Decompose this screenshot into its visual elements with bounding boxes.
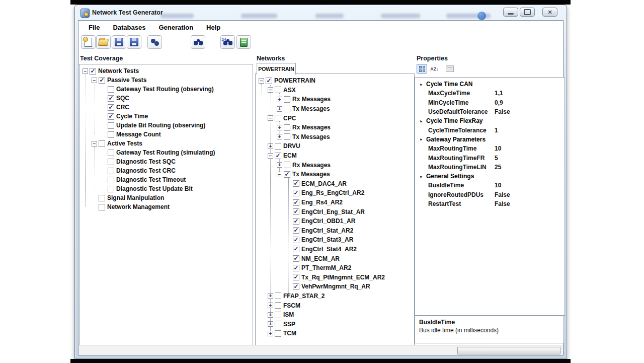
- property-row[interactable]: MaxRoutingTime10: [415, 144, 565, 153]
- property-row[interactable]: IgnoreRoutedPDUsFalse: [415, 190, 565, 199]
- property-pages-button[interactable]: [444, 64, 455, 74]
- checkbox-unchecked[interactable]: [284, 106, 290, 112]
- menu-file[interactable]: File: [89, 24, 100, 31]
- tree-node[interactable]: Gateway Test Routing (simulating): [79, 148, 253, 157]
- tree-node[interactable]: ✓Tx_Rq_PtMngmnt_ECM_AR2: [256, 272, 414, 282]
- tree-node[interactable]: ✓ECM_DAC4_AR: [256, 179, 414, 189]
- tree-node[interactable]: −✓Passive Tests: [79, 76, 253, 85]
- checkbox-unchecked[interactable]: [108, 150, 114, 156]
- property-category-row[interactable]: ▲General Settings: [415, 172, 565, 181]
- menu-databases[interactable]: Databases: [113, 24, 145, 31]
- checkbox-checked[interactable]: ✓: [108, 113, 114, 120]
- checkbox-checked[interactable]: ✓: [293, 208, 299, 215]
- generate-button[interactable]: [147, 35, 162, 49]
- plus-expander-icon[interactable]: +: [277, 97, 282, 102]
- plus-expander-icon[interactable]: +: [277, 162, 282, 168]
- tree-node[interactable]: +TCM: [256, 329, 414, 338]
- tree-node[interactable]: −✓Network Tests: [79, 66, 253, 76]
- checkbox-checked[interactable]: ✓: [108, 95, 114, 102]
- checkbox-unchecked[interactable]: [275, 293, 281, 299]
- tree-node[interactable]: −Active Tests: [79, 139, 253, 148]
- category-collapse-icon[interactable]: ▲: [417, 173, 425, 180]
- plus-expander-icon[interactable]: +: [268, 312, 273, 318]
- tree-node[interactable]: Diagnostic Test Update Bit: [79, 184, 253, 193]
- tab-powertrain[interactable]: POWERTRAIN: [257, 63, 296, 75]
- category-collapse-icon[interactable]: ▲: [417, 117, 425, 125]
- checkbox-checked[interactable]: ✓: [293, 237, 299, 243]
- checkbox-checked[interactable]: ✓: [266, 78, 272, 84]
- plus-expander-icon[interactable]: +: [268, 321, 273, 327]
- tree-node[interactable]: Signal Manipulation: [79, 193, 253, 202]
- plus-expander-icon[interactable]: +: [268, 331, 273, 336]
- property-value[interactable]: False: [495, 200, 510, 207]
- property-value[interactable]: False: [495, 191, 510, 198]
- categorized-view-button[interactable]: [417, 64, 427, 74]
- save-button[interactable]: [112, 35, 126, 49]
- tree-node[interactable]: ✓NM_ECM_AR: [256, 254, 414, 263]
- tree-node[interactable]: −✓Tx Messages: [256, 170, 414, 179]
- tree-node[interactable]: ✓EngCtrl_Stat_AR2: [256, 226, 414, 236]
- tree-node[interactable]: Update Bit Routing (observing): [79, 121, 253, 130]
- minus-expander-icon[interactable]: −: [268, 153, 273, 159]
- tree-node[interactable]: ✓SQC: [79, 94, 253, 103]
- tree-node[interactable]: ✓Cycle Time: [79, 112, 253, 121]
- checkbox-checked[interactable]: ✓: [293, 180, 299, 187]
- checkbox-unchecked[interactable]: [99, 204, 105, 210]
- checkbox-unchecked[interactable]: [275, 302, 281, 309]
- plus-expander-icon[interactable]: +: [268, 143, 273, 149]
- tree-node[interactable]: +Rx Messages: [256, 95, 414, 104]
- checkbox-unchecked[interactable]: [108, 131, 114, 138]
- checkbox-unchecked[interactable]: [275, 115, 281, 121]
- tree-node[interactable]: ✓PT_ThermM_AR2: [256, 263, 414, 273]
- tree-node[interactable]: Diagnostic Test CRC: [79, 166, 253, 175]
- tree-node[interactable]: ✓EngCtrl_Stat3_AR: [256, 235, 414, 245]
- checkbox-unchecked[interactable]: [275, 330, 281, 337]
- minus-expander-icon[interactable]: −: [268, 115, 273, 121]
- property-row[interactable]: MaxRoutingTimeLIN25: [415, 163, 565, 172]
- checkbox-unchecked[interactable]: [108, 177, 114, 183]
- save-as-button[interactable]: [127, 35, 141, 49]
- checkbox-unchecked[interactable]: [275, 312, 281, 318]
- minus-expander-icon[interactable]: −: [268, 87, 273, 93]
- checkbox-checked[interactable]: ✓: [293, 218, 299, 225]
- checkbox-unchecked[interactable]: [108, 186, 114, 192]
- tree-node[interactable]: ✓Eng_Rs4_AR2: [256, 198, 414, 207]
- tree-node[interactable]: ✓EngCtrl_Eng_Stat_AR: [256, 207, 414, 216]
- property-row[interactable]: RestartTestFalse: [415, 199, 565, 208]
- open-file-button[interactable]: [96, 35, 111, 49]
- checkbox-unchecked[interactable]: [108, 159, 114, 165]
- tree-node[interactable]: ✓Eng_Rs_EngCtrl_AR2: [256, 188, 414, 198]
- checkbox-unchecked[interactable]: [284, 162, 290, 168]
- checkbox-checked[interactable]: ✓: [99, 77, 105, 84]
- alphabetical-sort-button[interactable]: AZ↓: [429, 64, 440, 74]
- checkbox-checked[interactable]: ✓: [293, 283, 299, 290]
- maximize-button[interactable]: [520, 8, 535, 17]
- checkbox-unchecked[interactable]: [108, 168, 114, 174]
- property-category-row[interactable]: ▲Gateway Parameters: [415, 135, 565, 144]
- plus-expander-icon[interactable]: +: [277, 106, 282, 112]
- checkbox-unchecked[interactable]: [99, 140, 105, 147]
- new-file-button[interactable]: [81, 35, 96, 49]
- tree-node[interactable]: −CPC: [256, 113, 414, 123]
- tree-node[interactable]: +FSCM: [256, 301, 414, 310]
- category-collapse-icon[interactable]: ▲: [417, 81, 425, 88]
- checkbox-checked[interactable]: ✓: [293, 199, 299, 206]
- property-row[interactable]: MaxCycleTime1,1: [415, 89, 565, 98]
- tree-node[interactable]: Gateway Test Routing (observing): [79, 85, 253, 94]
- tree-node[interactable]: ✓EngCtrl_OBD1_AR: [256, 216, 414, 226]
- checkbox-checked[interactable]: ✓: [293, 190, 299, 196]
- minus-expander-icon[interactable]: −: [259, 78, 264, 84]
- tree-node[interactable]: +SSP: [256, 319, 414, 329]
- tree-node[interactable]: +Tx Messages: [256, 104, 414, 114]
- property-value[interactable]: 10: [495, 145, 501, 152]
- property-value[interactable]: 1,1: [495, 90, 503, 97]
- property-row[interactable]: BusIdleTime10: [415, 181, 565, 190]
- tree-node[interactable]: +ISM: [256, 310, 414, 320]
- property-row[interactable]: CycleTimeTolerance1: [415, 125, 565, 134]
- checkbox-unchecked[interactable]: [284, 124, 290, 131]
- tree-node[interactable]: ✓EngCtrl_Stat4_AR2: [256, 245, 414, 254]
- property-value[interactable]: 5: [495, 155, 498, 162]
- tree-node[interactable]: ✓VehPwrMngmnt_Rq_AR: [256, 282, 414, 292]
- titlebar[interactable]: Network Test Generator ✕: [75, 5, 567, 20]
- tree-node[interactable]: Message Count: [79, 130, 253, 139]
